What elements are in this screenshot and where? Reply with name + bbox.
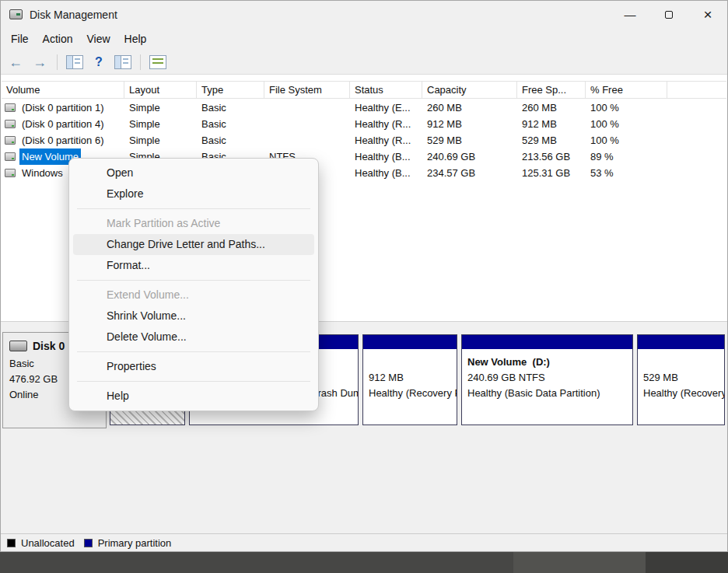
cell-free-space: 912 MB [517,116,586,132]
column-header-percent-free[interactable]: % Free [586,82,667,98]
disk-icon [9,341,27,351]
column-header-file-system[interactable]: File System [264,82,350,98]
volume-icon [5,136,16,145]
maximize-icon [665,11,673,19]
menu-item-delete-volume[interactable]: Delete Volume... [73,327,314,348]
partition-status: Healthy (Basic Data Partition) [467,386,632,401]
partition-new-volume[interactable]: New Volume (D:) 240.69 GB NTFS Healthy (… [461,334,633,425]
menu-item-properties[interactable]: Properties [73,356,314,377]
column-header-capacity[interactable]: Capacity [422,82,517,98]
cell-capacity: 240.69 GB [422,148,517,165]
menu-help[interactable]: Help [117,28,154,51]
maximize-button[interactable] [649,1,688,28]
volume-name: (Disk 0 partition 4) [19,116,106,132]
menu-item-change-drive-letter-and-paths[interactable]: Change Drive Letter and Paths... [73,234,314,255]
cell-type: Basic [197,132,264,148]
volume-name: (Disk 0 partition 6) [19,132,106,148]
volume-icon [5,103,16,112]
cell-capacity: 234.57 GB [422,165,517,181]
legend-label-primary-partition: Primary partition [98,537,172,549]
partition-status: Healthy (Recovery Partition) [369,386,457,401]
partition-size: 529 MB [643,370,724,386]
desktop-taskbar-strip [0,552,728,573]
cell-status: Healthy (B... [350,165,422,181]
unallocated-swatch [7,539,16,547]
partition-status: Healthy (Recovery Partition) [643,386,724,401]
screen: Disk Management — × File Action View Hel… [0,0,728,573]
cell-layout: Simple [124,100,197,116]
show-console-tree-icon[interactable] [66,55,83,69]
table-row[interactable]: (Disk 0 partition 4) Simple Basic Health… [2,116,726,132]
column-header-free-space[interactable]: Free Sp... [517,82,586,98]
back-icon[interactable]: ← [7,54,24,71]
partition-header-bar [363,335,457,351]
cell-percent-free: 53 % [586,165,667,181]
table-row[interactable]: (Disk 0 partition 1) Simple Basic Health… [2,100,726,116]
cell-file-system [264,100,350,116]
menu-item-mark-partition-as-active: Mark Partition as Active [73,213,314,234]
partition-size: 912 MB [369,370,457,386]
legend-label-unallocated: Unallocated [21,537,75,549]
partition-name: New Volume (D:) [467,355,632,370]
column-header-volume[interactable]: Volume [2,82,124,98]
cell-status: Healthy (E... [350,100,422,116]
forward-icon[interactable]: → [31,54,48,71]
menu-action[interactable]: Action [36,28,80,51]
cell-volume: (Disk 0 partition 6) [2,132,124,148]
volume-icon [5,152,16,161]
volume-icon [5,169,16,177]
show-action-pane-icon[interactable] [114,55,131,69]
menu-item-shrink-volume[interactable]: Shrink Volume... [73,306,314,327]
cell-file-system [264,132,350,148]
menu-item-extend-volume: Extend Volume... [73,285,314,306]
menu-item-open[interactable]: Open [73,162,314,183]
list-view-icon[interactable] [149,55,166,69]
cell-status: Healthy (R... [350,132,422,148]
partition-name [369,355,457,370]
titlebar: Disk Management — × [1,1,727,28]
toolbar: ← → ? [1,51,727,75]
menu-item-format[interactable]: Format... [73,255,314,276]
cell-capacity: 529 MB [422,132,517,148]
cell-free-space: 213.56 GB [517,148,586,165]
close-button[interactable]: × [688,1,727,28]
minimize-button[interactable]: — [611,1,649,28]
app-icon [9,9,23,19]
primary-partition-swatch [84,539,93,547]
column-header-status[interactable]: Status [350,82,422,98]
volume-name: (Disk 0 partition 1) [19,100,106,116]
taskbar-segment [513,552,646,573]
window-controls: — × [611,1,727,28]
column-header-layout[interactable]: Layout [124,82,197,98]
cell-free-space: 529 MB [517,132,586,148]
menubar: File Action View Help [1,28,727,51]
partition-recovery-529[interactable]: 529 MB Healthy (Recovery Partition) [637,334,725,425]
volume-name: Windows [19,165,65,181]
cell-percent-free: 100 % [586,132,667,148]
cell-type: Basic [197,100,264,116]
cell-type: Basic [197,116,264,132]
table-row[interactable]: (Disk 0 partition 6) Simple Basic Health… [2,132,726,148]
menu-file[interactable]: File [4,28,36,51]
partition-name [643,355,724,370]
menu-separator [77,208,310,209]
menu-view[interactable]: View [79,28,117,51]
help-icon[interactable]: ? [90,54,107,70]
cell-capacity: 912 MB [422,116,517,132]
menu-item-explore[interactable]: Explore [73,183,314,204]
cell-capacity: 260 MB [422,100,517,116]
legend-bar: Unallocated Primary partition [1,533,727,551]
cell-volume: (Disk 0 partition 1) [2,100,124,116]
window-title: Disk Management [30,9,117,21]
cell-status: Healthy (R... [350,116,422,132]
cell-layout: Simple [124,132,197,148]
column-header-type[interactable]: Type [197,82,264,98]
menu-item-help[interactable]: Help [73,386,314,407]
cell-free-space: 260 MB [517,100,586,116]
cell-percent-free: 100 % [586,116,667,132]
column-header-filler [667,82,726,98]
table-header: Volume Layout Type File System Status Ca… [2,81,726,99]
partition-recovery-912[interactable]: 912 MB Healthy (Recovery Partition) [362,334,457,425]
cell-layout: Simple [124,116,197,132]
toolbar-separator [140,54,141,70]
